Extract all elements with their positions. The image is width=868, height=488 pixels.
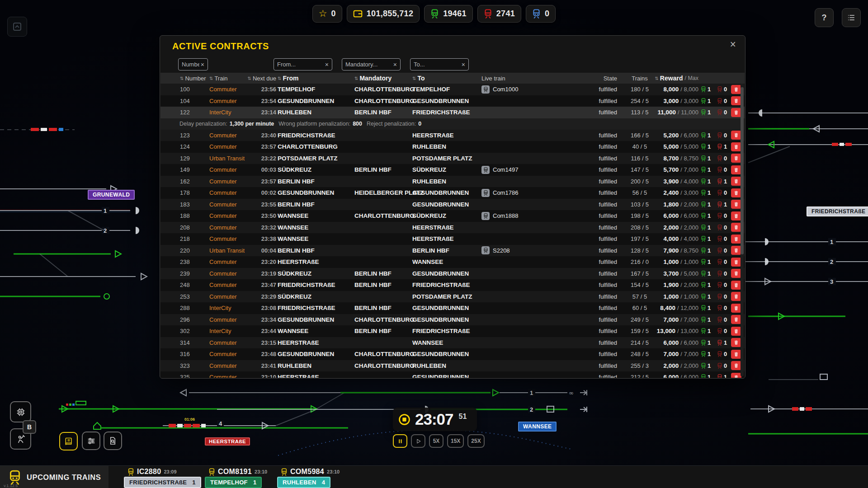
contract-row[interactable]: 314 Commuter 23:15 HEERSTRAßE WANNSEE fu…	[160, 337, 745, 349]
contracts-button[interactable]	[59, 432, 78, 450]
delete-contract-button[interactable]	[731, 108, 741, 117]
contract-fail-count: 1	[715, 339, 731, 346]
to-filter-input[interactable]	[414, 61, 460, 68]
delete-contract-button[interactable]	[731, 338, 741, 347]
delete-contract-button[interactable]	[731, 188, 741, 197]
delete-contract-button[interactable]	[731, 269, 741, 278]
delete-contract-button[interactable]	[731, 315, 741, 324]
stat-score[interactable]: ☆ 0	[312, 5, 342, 23]
close-icon[interactable]: ×	[727, 38, 739, 52]
delete-contract-button[interactable]	[731, 154, 741, 163]
menu-button[interactable]	[842, 8, 861, 27]
automation-button[interactable]	[10, 401, 31, 422]
delete-contract-button[interactable]	[731, 223, 741, 232]
upcoming-train-entry[interactable]: COM5984 23:10 RUHLEBEN 4	[277, 467, 340, 488]
delete-contract-button[interactable]	[731, 142, 741, 151]
pause-button[interactable]	[393, 434, 407, 448]
contract-row[interactable]: 288 InterCity 23:08 FRIEDRICHSTRAßE BERL…	[160, 302, 745, 314]
delete-contract-button[interactable]	[731, 361, 741, 370]
delete-contract-button[interactable]	[731, 131, 741, 140]
station-label-heerstrasse[interactable]: HEERSTRAßE	[205, 437, 250, 446]
delete-contract-button[interactable]	[731, 200, 741, 209]
filter-clear-icon[interactable]: ×	[462, 61, 465, 68]
delete-contract-button[interactable]	[731, 304, 741, 313]
col-header-from[interactable]: ⇅From	[276, 75, 353, 82]
contract-row[interactable]: 218 Commuter 23:38 WANNSEE HEERSTRAßE fu…	[160, 233, 745, 245]
delete-contract-button[interactable]	[731, 327, 741, 336]
filter-clear-icon[interactable]: ×	[201, 61, 204, 68]
contract-reward: 6,000/ 6,000	[662, 212, 698, 219]
speed-15x-button[interactable]: 15X	[447, 434, 464, 448]
help-button[interactable]: ?	[815, 8, 834, 27]
contract-row[interactable]: 220 Urban Transit 00:04 BERLIN HBF BERLI…	[160, 245, 745, 257]
delete-contract-button[interactable]	[731, 258, 741, 267]
contract-row[interactable]: 208 Commuter 23:32 WANNSEE HEERSTRAßE fu…	[160, 222, 745, 234]
from-filter-input[interactable]	[277, 61, 324, 68]
stat-trains-completed[interactable]: 19461	[424, 5, 473, 23]
station-label-wannsee[interactable]: WANNSEE	[518, 422, 557, 432]
contract-row[interactable]: 124 Commuter 23:57 CHARLOTTENBURG RUHLEB…	[160, 141, 745, 153]
contract-row[interactable]: 123 Commuter 23:40 FRIEDRICHSTRAßE HEERS…	[160, 130, 745, 141]
scrollbar-thumb[interactable]	[741, 87, 744, 254]
contract-row[interactable]: 188 Commuter 23:50 WANNSEE CHARLOTTENBUR…	[160, 210, 745, 222]
contract-row[interactable]: 253 Commuter 23:29 SÜDKREUZ POTSDAMER PL…	[160, 291, 745, 303]
speed-25x-button[interactable]: 25X	[467, 434, 484, 448]
contract-row[interactable]: 183 Commuter 23:55 BERLIN HBF GESUNDBRUN…	[160, 199, 745, 211]
contract-row[interactable]: 316 Commuter 23:48 GESUNDBRUNNEN CHARLOT…	[160, 348, 745, 360]
col-header-next-due[interactable]: ⇅Next due	[241, 75, 276, 82]
contract-from: HEERSTRAßE	[276, 339, 353, 346]
col-header-reward[interactable]: ⇅Reward/ Max	[662, 75, 698, 82]
contract-row[interactable]: 122 InterCity 23:14 RUHLEBEN BERLIN HBF …	[160, 107, 745, 118]
delete-contract-button[interactable]	[731, 177, 741, 186]
contract-row[interactable]: 178 Commuter 00:02 GESUNDBRUNNEN HEIDELB…	[160, 187, 745, 199]
col-header-number[interactable]: ⇅Number	[179, 75, 209, 82]
contract-row[interactable]: 149 Commuter 00:03 SÜDKREUZ BERLIN HBF S…	[160, 164, 745, 176]
filter-clear-icon[interactable]: ×	[325, 61, 329, 68]
train-fail-icon	[717, 259, 722, 265]
contract-row[interactable]: 325 Commuter 23:10 HEERSTRAßE GESUNDBRUN…	[160, 371, 745, 378]
upcoming-train-entry[interactable]: COM8191 23:10 TEMPELHOF 1	[205, 467, 267, 488]
filter-clear-icon[interactable]: ×	[393, 61, 397, 68]
delete-contract-button[interactable]	[731, 281, 741, 290]
delete-contract-button[interactable]	[731, 165, 741, 174]
delete-contract-button[interactable]	[731, 211, 741, 221]
contract-row[interactable]: 239 Commuter 23:19 SÜDKREUZ BERLIN HBF G…	[160, 268, 745, 280]
delete-contract-button[interactable]	[731, 235, 741, 244]
station-label-grunewald[interactable]: GRUNEWALD	[88, 190, 135, 200]
contract-row[interactable]: 100 Commuter 23:56 TEMPELHOF CHARLOTTENB…	[160, 84, 745, 95]
contract-row[interactable]: 238 Commuter 23:20 HEERSTRAßE WANNSEE fu…	[160, 256, 745, 268]
stat-trains-waiting[interactable]: 0	[526, 5, 556, 23]
contract-live-train	[477, 350, 545, 358]
delete-contract-button[interactable]	[731, 85, 741, 94]
contracts-book-icon	[64, 437, 73, 446]
contract-row[interactable]: 104 Commuter 23:54 GESUNDBRUNNEN CHARLOT…	[160, 95, 745, 107]
search-document-button[interactable]	[104, 432, 122, 450]
mandatory-filter-input[interactable]	[345, 61, 392, 68]
contract-trains-count: 216 / 0	[617, 258, 662, 265]
trash-icon	[734, 259, 739, 265]
contract-row[interactable]: 302 InterCity 23:44 WANNSEE BERLIN HBF F…	[160, 325, 745, 337]
delete-contract-button[interactable]	[731, 350, 741, 359]
delete-contract-button[interactable]	[731, 292, 741, 301]
stat-trains-failed[interactable]: 2741	[477, 5, 521, 23]
speed-5x-button[interactable]: 5X	[429, 434, 443, 448]
trash-icon	[734, 352, 739, 357]
delete-contract-button[interactable]	[731, 96, 741, 105]
col-header-to[interactable]: ⇅To	[411, 75, 477, 82]
number-filter-input[interactable]	[182, 61, 199, 68]
upcoming-train-entry[interactable]: IC2880 23:09 FRIEDRICHSTRAßE 1	[124, 467, 201, 488]
station-label-friedrichstrasse[interactable]: FRIEDRICHSTRAßE	[807, 206, 868, 216]
play-button[interactable]	[411, 434, 425, 448]
contract-row[interactable]: 129 Urban Transit 23:22 POTSDAMER PLATZ …	[160, 153, 745, 164]
contract-row[interactable]: 162 Commuter 23:57 BERLIN HBF RUHLEBEN f…	[160, 176, 745, 188]
delete-contract-button[interactable]	[731, 373, 741, 378]
settings-sliders-button[interactable]	[82, 432, 100, 450]
col-header-train[interactable]: ⇅Train	[209, 75, 241, 82]
contract-row[interactable]: 248 Commuter 23:47 FRIEDRICHSTRAßE BERLI…	[160, 279, 745, 291]
stat-money[interactable]: 101,855,712	[347, 5, 420, 23]
col-header-mandatory[interactable]: ⇅Mandatory	[353, 75, 411, 82]
app-button[interactable]	[7, 17, 27, 37]
contract-row[interactable]: 296 Commuter 23:34 GESUNDBRUNNEN CHARLOT…	[160, 314, 745, 326]
contract-row[interactable]: 323 Commuter 23:41 RUHLEBEN CHARLOTTENBU…	[160, 360, 745, 372]
delete-contract-button[interactable]	[731, 246, 741, 255]
